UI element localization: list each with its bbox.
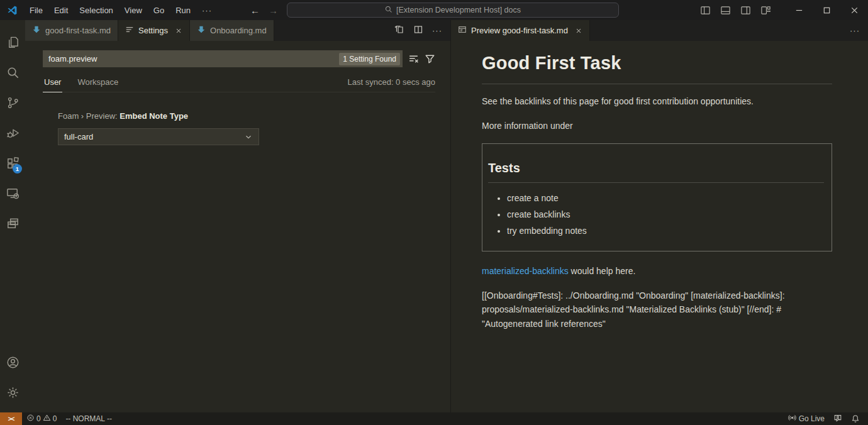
history-nav: ← → [250,0,278,20]
list-item: create backlinks [507,208,824,221]
preview-paragraph: See the backlinks of this page for good … [482,95,832,108]
markdown-file-icon [32,25,41,36]
toggle-primary-sidebar-icon[interactable] [700,5,711,16]
broadcast-icon [788,414,796,424]
split-editor-icon[interactable] [413,25,423,36]
remote-explorer-icon[interactable] [0,178,25,208]
markdown-file-icon [197,25,206,36]
tab-label: Preview good-first-task.md [471,26,568,35]
close-tab-icon[interactable] [575,27,582,35]
close-window-button[interactable] [840,0,868,20]
run-debug-icon[interactable] [0,118,25,148]
preview-title: Good First Task [482,50,832,84]
setting-embed-note-type: Foam › Preview: Embed Note Type full-car… [58,111,435,145]
embed-list: create a note create backlinks try embed… [488,192,824,238]
chevron-down-icon [244,133,253,141]
settings-gear-icon[interactable] [0,377,25,407]
command-center-search[interactable]: [Extension Development Host] docs [287,3,619,18]
toggle-panel-icon[interactable] [720,5,731,16]
settings-editor: foam.preview 1 Setting Found User Worksp… [25,41,450,145]
errors-count: 0 [36,414,41,423]
window-controls [700,0,868,20]
embed-heading: Tests [488,158,824,183]
tab-settings[interactable]: Settings [118,20,190,41]
link-line-rest: would help here. [569,266,636,276]
errors-icon [26,414,35,424]
left-editor-group: good-first-task.md Settings Onboarding.m… [25,20,450,412]
menu-run[interactable]: Run [170,6,196,15]
search-icon [385,6,392,15]
select-value: full-card [64,132,93,141]
setting-category: Foam › Preview: [58,111,120,121]
scope-tab-workspace[interactable]: Workspace [76,75,120,92]
source-control-icon[interactable] [0,87,25,118]
remote-icon: >< [8,416,14,422]
warnings-count: 0 [53,414,57,423]
menu-file[interactable]: File [24,6,48,15]
go-live-button[interactable]: Go Live [784,412,829,425]
open-settings-json-icon[interactable] [394,25,404,36]
explorer-icon[interactable] [0,27,25,57]
settings-search-value: foam.preview [48,54,339,63]
right-editor-group: Preview good-first-task.md ··· Good Firs… [450,20,868,412]
tab-onboarding[interactable]: Onboarding.md [190,20,274,41]
toggle-secondary-sidebar-icon[interactable] [740,5,751,16]
more-actions-icon[interactable]: ··· [850,26,860,35]
menu-bar: File Edit Selection View Go Run ··· [24,6,218,15]
titlebar: File Edit Selection View Go Run ··· ← → … [0,0,868,20]
filter-settings-icon[interactable] [425,53,435,64]
right-tab-bar: Preview good-first-task.md ··· [451,20,868,41]
preview-link-line: materialized-backlinks would help here. [482,265,832,278]
tab-good-first-task[interactable]: good-first-task.md [25,20,118,41]
menu-selection[interactable]: Selection [74,6,118,15]
left-tab-bar: good-first-task.md Settings Onboarding.m… [25,20,450,41]
markdown-preview: Good First Task See the backlinks of thi… [451,41,868,331]
go-forward-icon[interactable]: → [269,5,278,16]
more-actions-icon[interactable]: ··· [432,26,442,35]
vim-mode-indicator[interactable]: -- NORMAL -- [61,412,116,425]
accounts-icon[interactable] [0,347,25,377]
problems-indicator[interactable]: 0 0 [22,412,61,425]
activity-bar: 1 [0,20,25,412]
tab-label: Onboarding.md [210,26,267,35]
minimize-button[interactable] [785,0,813,20]
link-references-text: [[Onboarding#Tests]: ../Onboarding.md "O… [482,289,832,331]
settings-search-row: foam.preview 1 Setting Found [43,50,435,67]
preview-paragraph: More information under [482,119,832,133]
status-bar-right: Go Live [784,412,868,425]
materialized-backlinks-link[interactable]: materialized-backlinks [482,266,569,276]
notifications-bell-icon[interactable] [847,412,864,425]
command-center-label: [Extension Development Host] docs [396,6,521,14]
search-view-icon[interactable] [0,57,25,87]
setting-name: Embed Note Type [120,111,188,121]
feedback-button[interactable] [829,412,847,425]
maximize-button[interactable] [813,0,840,20]
feedback-icon [833,414,842,424]
menu-edit[interactable]: Edit [48,6,74,15]
embed-note-type-select[interactable]: full-card [58,128,259,145]
customize-layout-icon[interactable] [760,5,771,16]
warnings-icon [43,414,51,424]
clear-search-filters-icon[interactable] [408,53,419,64]
vscode-logo-icon [7,5,18,16]
menu-go[interactable]: Go [148,6,170,15]
tab-label: Settings [138,26,168,35]
menu-more[interactable]: ··· [196,6,218,15]
menu-view[interactable]: View [119,6,148,15]
tab-preview-good-first-task[interactable]: Preview good-first-task.md [451,20,590,41]
remote-indicator[interactable]: >< [0,412,22,425]
markdown-preview-icon [458,25,467,36]
scope-tab-user[interactable]: User [43,75,62,92]
extensions-badge: 1 [13,164,22,174]
settings-results-badge: 1 Setting Found [339,53,400,65]
windows-panel-icon[interactable] [0,208,25,238]
list-item: create a note [507,192,824,205]
settings-editor-icon [125,25,134,36]
go-back-icon[interactable]: ← [250,5,260,16]
activity-bar-bottom [0,347,25,407]
close-tab-icon[interactable] [175,27,182,35]
settings-search-input[interactable]: foam.preview 1 Setting Found [43,50,403,67]
last-synced-label: Last synced: 0 secs ago [348,75,435,87]
right-editor-actions: ··· [850,20,868,41]
extensions-icon[interactable]: 1 [0,148,25,178]
